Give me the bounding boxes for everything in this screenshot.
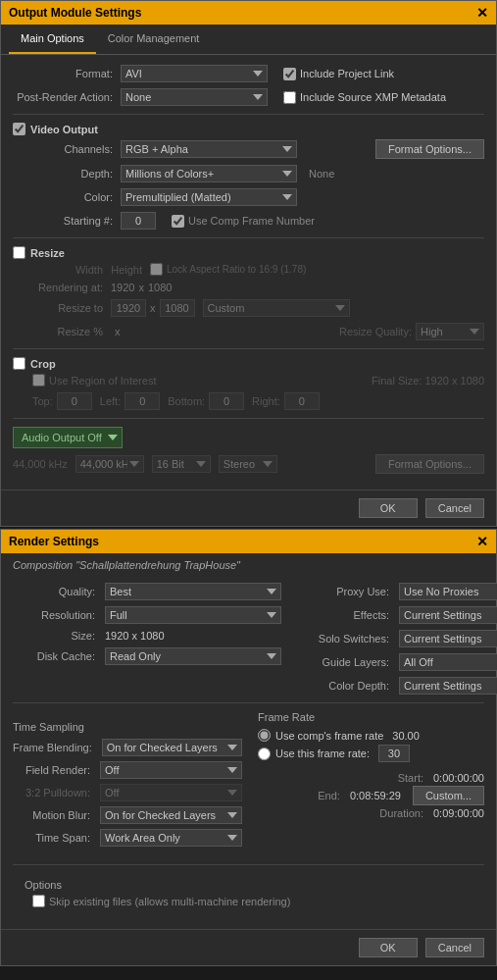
- motion-blur-select[interactable]: On for Checked Layers: [100, 806, 242, 824]
- size-label: Size:: [13, 630, 101, 642]
- lock-aspect-checkbox[interactable]: [150, 263, 163, 276]
- resize-quality-select[interactable]: High: [416, 323, 484, 340]
- render-settings-grid: Quality: Best Resolution: Full Size: 192…: [13, 583, 484, 695]
- custom-button[interactable]: Custom...: [413, 786, 484, 805]
- pulldown-select[interactable]: Off: [100, 784, 242, 801]
- output-module-title: Output Module Settings: [9, 6, 141, 20]
- video-output-checkbox[interactable]: [13, 123, 25, 135]
- guide-layers-select[interactable]: All Off: [399, 653, 497, 671]
- color-depth-select[interactable]: Current Settings: [399, 677, 497, 695]
- top-label: Top:: [32, 395, 53, 407]
- depth-select[interactable]: Millions of Colors+: [121, 165, 297, 182]
- resolution-select[interactable]: Full: [105, 606, 281, 624]
- render-settings-cancel-button[interactable]: Cancel: [425, 938, 484, 957]
- disk-cache-row: Disk Cache: Read Only: [13, 647, 281, 665]
- timing-info: Start: 0:00:00:00 End: 0:08:59:29 Custom…: [258, 772, 484, 819]
- start-row: Start: 0:00:00:00: [258, 772, 484, 784]
- output-module-cancel-button[interactable]: Cancel: [425, 498, 484, 518]
- starting-input[interactable]: [121, 212, 156, 230]
- format-select[interactable]: AVI: [121, 65, 268, 82]
- sep-1: [13, 114, 484, 115]
- pulldown-row: 3:2 Pulldown: Off: [13, 784, 242, 801]
- end-label: End:: [318, 790, 340, 801]
- post-render-row: Post-Render Action: None Include Source …: [13, 88, 484, 106]
- output-module-content: Format: AVI Include Project Link Post-Re…: [1, 55, 496, 490]
- top-input[interactable]: [57, 392, 92, 410]
- output-module-tabs: Main Options Color Management: [1, 25, 496, 55]
- motion-blur-label: Motion Blur:: [13, 809, 96, 821]
- audio-bits-select[interactable]: 16 Bit: [152, 455, 211, 473]
- skip-existing-row: Skip existing files (allows multi-machin…: [32, 895, 472, 907]
- wh-row: Width Height Lock Aspect Ratio to 16:9 (…: [32, 263, 484, 276]
- final-size-label: Final Size: 1920 x 1080: [372, 375, 484, 387]
- post-render-select[interactable]: None: [121, 88, 268, 106]
- audio-channels-select[interactable]: Stereo: [219, 455, 277, 473]
- right-input[interactable]: [284, 392, 320, 410]
- size-value: 1920 x 1080: [105, 630, 165, 642]
- frame-blending-label: Frame Blending:: [13, 742, 98, 753]
- solo-switches-select[interactable]: Current Settings: [399, 630, 497, 647]
- bottom-input[interactable]: [209, 392, 244, 410]
- sep-2: [13, 237, 484, 238]
- depth-row: Depth: Millions of Colors+ None: [13, 165, 484, 182]
- render-settings-ok-button[interactable]: OK: [359, 938, 418, 957]
- audio-select[interactable]: Audio Output Off: [13, 427, 123, 448]
- output-module-close-icon[interactable]: ✕: [476, 6, 488, 20]
- time-span-select[interactable]: Work Area Only: [100, 829, 242, 847]
- channels-select[interactable]: RGB + Alpha: [121, 140, 297, 158]
- field-render-label: Field Render:: [13, 764, 96, 776]
- use-comp-rate-row: Use comp's frame rate 30.00: [258, 729, 484, 742]
- render-settings-close-icon[interactable]: ✕: [476, 535, 488, 548]
- use-comp-rate-value: 30.00: [392, 730, 420, 742]
- use-comp-rate-radio[interactable]: [258, 729, 271, 742]
- rs-left-col: Quality: Best Resolution: Full Size: 192…: [13, 583, 281, 695]
- resize-checkbox[interactable]: [13, 246, 25, 259]
- include-xmp-checkbox[interactable]: [283, 91, 296, 104]
- width-label: Width: [32, 264, 111, 276]
- use-comp-frame-checkbox[interactable]: [172, 215, 184, 228]
- effects-select[interactable]: Current Settings: [399, 606, 497, 624]
- duration-label: Duration:: [379, 807, 423, 819]
- crop-options: Use Region of Interest Final Size: 1920 …: [13, 374, 484, 410]
- audio-khz-select[interactable]: 44,000 kHz: [75, 455, 144, 473]
- resize-to-h-input[interactable]: [160, 299, 195, 317]
- include-project-link-checkbox[interactable]: [283, 68, 296, 80]
- frame-blending-select[interactable]: On for Checked Layers: [102, 739, 242, 756]
- proxy-use-select[interactable]: Use No Proxies: [399, 583, 497, 600]
- tab-main-options[interactable]: Main Options: [9, 25, 96, 54]
- right-label: Right:: [252, 395, 280, 407]
- audio-format-options-button[interactable]: Format Options...: [375, 454, 484, 474]
- skip-existing-checkbox[interactable]: [32, 895, 45, 907]
- resize-preset-select[interactable]: Custom: [203, 299, 350, 317]
- disk-cache-select[interactable]: Read Only: [105, 647, 281, 665]
- format-row: Format: AVI Include Project Link: [13, 65, 484, 82]
- resize-to-row: Resize to x Custom: [32, 299, 484, 317]
- rendering-at-x: x: [138, 282, 144, 293]
- rendering-at-label: Rendering at:: [32, 282, 111, 293]
- use-roi-checkbox[interactable]: [32, 374, 45, 387]
- size-row: Size: 1920 x 1080: [13, 630, 281, 642]
- resize-to-w-input[interactable]: [111, 299, 146, 317]
- tab-color-management[interactable]: Color Management: [96, 25, 212, 54]
- bottom-label: Bottom:: [168, 395, 205, 407]
- color-depth-label: Color Depth:: [297, 680, 395, 692]
- crop-values-row: Top: Left: Bottom: Right:: [32, 392, 484, 410]
- use-this-rate-input[interactable]: [378, 745, 410, 762]
- render-settings-content: Quality: Best Resolution: Full Size: 192…: [1, 573, 496, 929]
- guide-layers-label: Guide Layers:: [297, 656, 395, 668]
- render-settings-btn-row: OK Cancel: [1, 929, 496, 965]
- crop-checkbox[interactable]: [13, 357, 25, 370]
- use-this-rate-radio[interactable]: [258, 748, 271, 760]
- options-title: Options: [25, 879, 472, 891]
- field-render-select[interactable]: Off: [100, 761, 242, 779]
- audio-settings-row: 44,000 kHz 44,000 kHz 16 Bit Stereo Form…: [13, 454, 484, 474]
- output-module-ok-button[interactable]: OK: [359, 498, 418, 518]
- resize-pct-row: Resize % x Resize Quality: High: [32, 323, 484, 340]
- left-input[interactable]: [124, 392, 160, 410]
- quality-select[interactable]: Best: [105, 583, 281, 600]
- use-comp-rate-label: Use comp's frame rate: [275, 730, 383, 742]
- color-select[interactable]: Premultiplied (Matted): [121, 188, 297, 206]
- quality-row: Quality: Best: [13, 583, 281, 600]
- output-module-btn-row: OK Cancel: [1, 490, 496, 526]
- format-options-button[interactable]: Format Options...: [375, 139, 484, 159]
